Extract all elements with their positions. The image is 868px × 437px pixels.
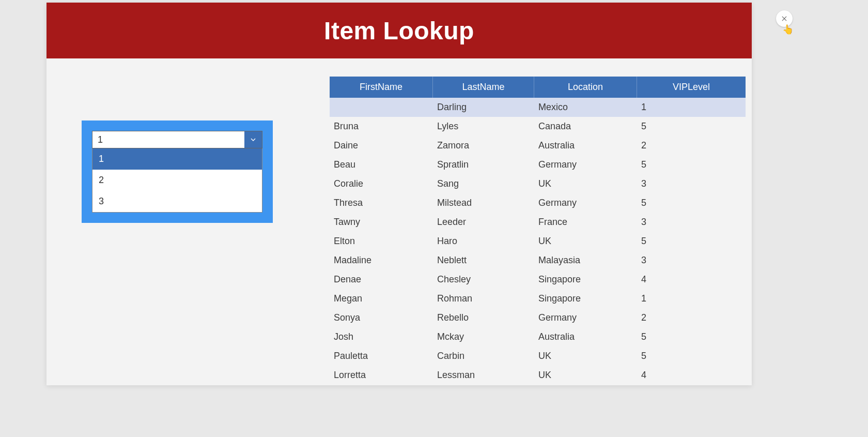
cell-lastname: Milstead <box>433 194 534 212</box>
table-row[interactable]: MeganRohmanSingapore1 <box>330 289 746 308</box>
dropdown-option[interactable]: 3 <box>92 191 262 212</box>
content-area: 1 123 FirstName LastName Location VIPLev… <box>47 58 752 385</box>
table-row[interactable]: EltonHaroUK5 <box>330 232 746 251</box>
cell-location: Germany <box>534 309 637 326</box>
table-row[interactable]: SonyaRebelloGermany2 <box>330 308 746 327</box>
cell-viplevel: 2 <box>637 137 746 154</box>
cell-firstname: Denae <box>330 271 433 288</box>
table-row[interactable]: CoralieSangUK3 <box>330 174 746 193</box>
cell-firstname: Coralie <box>330 175 433 192</box>
cell-location: UK <box>534 348 637 365</box>
cell-firstname: Sonya <box>330 309 433 326</box>
dropdown-value: 1 <box>92 131 244 148</box>
cell-location: UK <box>534 175 637 192</box>
cell-viplevel: 5 <box>637 118 746 135</box>
cell-lastname: Zamora <box>433 137 534 154</box>
table-row[interactable]: DarlingMexico1 <box>330 98 746 117</box>
cell-viplevel: 5 <box>637 156 746 173</box>
cell-location: Mexico <box>534 99 637 116</box>
cell-lastname: Sang <box>433 175 534 192</box>
cell-location: Australia <box>534 137 637 154</box>
table-row[interactable]: DaineZamoraAustralia2 <box>330 136 746 155</box>
cell-lastname: Mckay <box>433 328 534 345</box>
dropdown-container: 1 123 <box>82 120 273 223</box>
cell-lastname: Lyles <box>433 118 534 135</box>
dropdown-list: 123 <box>92 148 262 213</box>
cell-viplevel: 4 <box>637 367 746 384</box>
cell-viplevel: 5 <box>637 348 746 365</box>
cell-viplevel: 2 <box>637 309 746 326</box>
dropdown-control: 1 123 <box>92 131 262 213</box>
cell-location: Singapore <box>534 271 637 288</box>
cell-firstname <box>330 104 433 111</box>
table-header-row: FirstName LastName Location VIPLevel <box>330 77 746 98</box>
dropdown-option[interactable]: 1 <box>92 148 262 170</box>
cell-location: UK <box>534 367 637 384</box>
cell-lastname: Leeder <box>433 214 534 231</box>
table-row[interactable]: MadalineNeblettMalayasia3 <box>330 251 746 270</box>
table-row[interactable]: DenaeChesleySingapore4 <box>330 270 746 289</box>
dropdown-option[interactable]: 2 <box>92 170 262 191</box>
cell-firstname: Pauletta <box>330 348 433 365</box>
cell-lastname: Neblett <box>433 252 534 269</box>
cell-lastname: Haro <box>433 233 534 250</box>
cell-lastname: Spratlin <box>433 156 534 173</box>
column-header-location[interactable]: Location <box>534 77 637 98</box>
cell-viplevel: 1 <box>637 99 746 116</box>
cell-lastname: Carbin <box>433 348 534 365</box>
chevron-down-icon[interactable] <box>244 131 262 148</box>
cell-viplevel: 3 <box>637 252 746 269</box>
table-row[interactable]: JoshMckayAustralia5 <box>330 327 746 346</box>
cell-location: UK <box>534 233 637 250</box>
data-table: FirstName LastName Location VIPLevel Dar… <box>330 77 746 384</box>
cell-location: Singapore <box>534 290 637 307</box>
table-row[interactable]: ThresaMilsteadGermany5 <box>330 193 746 213</box>
cell-firstname: Tawny <box>330 214 433 231</box>
cell-firstname: Elton <box>330 233 433 250</box>
cell-viplevel: 1 <box>637 290 746 307</box>
cell-location: Canada <box>534 118 637 135</box>
popup-title: Item Lookup <box>324 17 474 45</box>
cell-firstname: Megan <box>330 290 433 307</box>
dropdown-select[interactable]: 1 <box>92 131 262 148</box>
cell-firstname: Bruna <box>330 118 433 135</box>
cell-viplevel: 3 <box>637 175 746 192</box>
cell-lastname: Lessman <box>433 367 534 384</box>
table-row[interactable]: BeauSpratlinGermany5 <box>330 155 746 174</box>
cell-viplevel: 5 <box>637 194 746 212</box>
cell-location: Germany <box>534 194 637 212</box>
cell-viplevel: 3 <box>637 214 746 231</box>
cell-location: Germany <box>534 156 637 173</box>
column-header-lastname[interactable]: LastName <box>433 77 534 98</box>
cell-viplevel: 4 <box>637 271 746 288</box>
cell-location: Malayasia <box>534 252 637 269</box>
cell-lastname: Chesley <box>433 271 534 288</box>
close-button[interactable] <box>776 10 793 27</box>
table-row[interactable]: BrunaLylesCanada5 <box>330 117 746 136</box>
cell-firstname: Daine <box>330 137 433 154</box>
cell-firstname: Beau <box>330 156 433 173</box>
cell-firstname: Lorretta <box>330 367 433 384</box>
close-icon <box>781 15 788 22</box>
cell-lastname: Rohman <box>433 290 534 307</box>
cell-lastname: Darling <box>433 99 534 116</box>
cell-lastname: Rebello <box>433 309 534 326</box>
column-header-firstname[interactable]: FirstName <box>330 77 433 98</box>
item-lookup-popup: Item Lookup 1 123 FirstName LastName Loc… <box>47 3 752 385</box>
cell-firstname: Thresa <box>330 194 433 212</box>
column-header-viplevel[interactable]: VIPLevel <box>637 77 746 98</box>
cell-location: Australia <box>534 328 637 345</box>
table-row[interactable]: PaulettaCarbinUK5 <box>330 346 746 366</box>
table-body[interactable]: DarlingMexico1BrunaLylesCanada5DaineZamo… <box>330 98 746 384</box>
table-row[interactable]: LorrettaLessmanUK4 <box>330 366 746 384</box>
popup-header: Item Lookup <box>47 3 752 58</box>
cell-firstname: Madaline <box>330 252 433 269</box>
cell-firstname: Josh <box>330 328 433 345</box>
cell-viplevel: 5 <box>637 233 746 250</box>
cell-viplevel: 5 <box>637 328 746 345</box>
cell-location: France <box>534 214 637 231</box>
table-row[interactable]: TawnyLeederFrance3 <box>330 213 746 232</box>
